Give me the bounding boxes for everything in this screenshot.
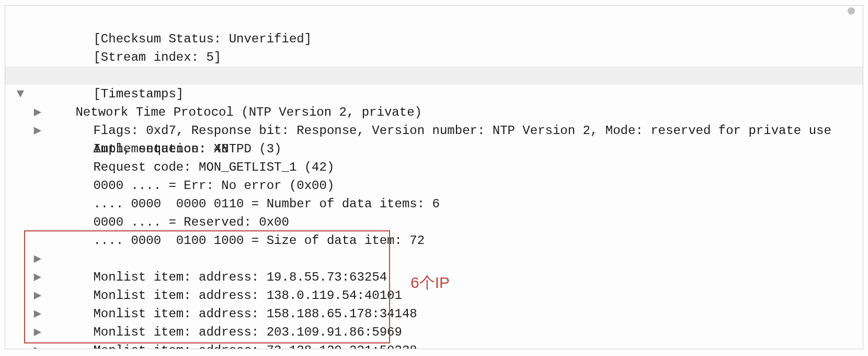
pane-bottom-border (5, 349, 863, 349)
pane-right-border (863, 5, 863, 349)
protocol-ntp-header[interactable]: ▼ Network Time Protocol (NTP Version 2, … (5, 66, 863, 85)
field-flags[interactable]: ▶ Flags: 0xd7, Response bit: Response, V… (5, 85, 863, 103)
field-stream-index[interactable]: [Stream index: 5] (5, 30, 863, 48)
highlight-box (24, 230, 390, 343)
field-request-code[interactable]: Request code: MON_GETLIST_1 (42) (5, 140, 863, 158)
field-implementation[interactable]: Implementation: XNTPD (3) (5, 121, 863, 140)
pane-top-border (5, 0, 863, 6)
field-checksum-status[interactable]: [Checksum Status: Unverified] (5, 12, 863, 30)
field-reserved[interactable]: 0000 .... = Reserved: 0x00 (5, 195, 863, 213)
field-num-data-items[interactable]: .... 0000 0000 0110 = Number of data ite… (5, 176, 863, 195)
field-err[interactable]: 0000 .... = Err: No error (0x00) (5, 158, 863, 176)
field-auth-sequence[interactable]: ▶ Auth, sequence: 48 (5, 103, 863, 121)
field-timestamps[interactable]: ▶ [Timestamps] (5, 48, 863, 66)
packet-details-pane: [Checksum Status: Unverified] [Stream in… (0, 0, 868, 356)
tree-content: [Checksum Status: Unverified] [Stream in… (5, 12, 863, 349)
field-size-data-item[interactable]: .... 0000 0100 1000 = Size of data item:… (5, 213, 863, 231)
annotation-label: 6个IP (410, 273, 450, 292)
